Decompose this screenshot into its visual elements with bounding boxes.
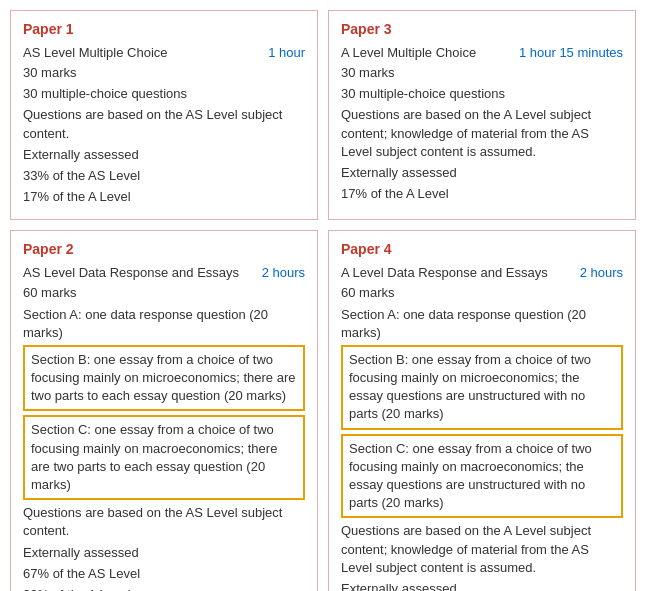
paper3-assessed: Externally assessed (341, 164, 623, 182)
paper1-info: 30 marks 30 multiple-choice questions Qu… (23, 64, 305, 206)
paper1-card: Paper 1 AS Level Multiple Choice 1 hour … (10, 10, 318, 220)
paper3-title: Paper 3 (341, 21, 623, 37)
paper2-duration: 2 hours (262, 265, 305, 280)
paper1-header: AS Level Multiple Choice 1 hour (23, 45, 305, 60)
paper2-subject: AS Level Data Response and Essays (23, 265, 239, 280)
paper1-marks: 30 marks (23, 64, 305, 82)
paper1-stat2: 17% of the A Level (23, 188, 305, 206)
paper1-title: Paper 1 (23, 21, 305, 37)
paper2-stat1: 67% of the AS Level (23, 565, 305, 583)
paper1-stat1: 33% of the AS Level (23, 167, 305, 185)
paper2-title: Paper 2 (23, 241, 305, 257)
paper3-description: 30 multiple-choice questions (341, 85, 623, 103)
paper3-card: Paper 3 A Level Multiple Choice 1 hour 1… (328, 10, 636, 220)
paper3-stat1: 17% of the A Level (341, 185, 623, 203)
paper4-title: Paper 4 (341, 241, 623, 257)
paper3-subject: A Level Multiple Choice (341, 45, 476, 60)
paper2-assessed: Externally assessed (23, 544, 305, 562)
paper3-marks: 30 marks (341, 64, 623, 82)
paper2-base-info: Questions are based on the AS Level subj… (23, 504, 305, 540)
paper2-section-b-highlight: Section B: one essay from a choice of tw… (23, 345, 305, 412)
paper4-info: 60 marks Section A: one data response qu… (341, 284, 623, 591)
paper2-section-a: Section A: one data response question (2… (23, 306, 305, 342)
paper2-marks: 60 marks (23, 284, 305, 302)
paper4-subject: A Level Data Response and Essays (341, 265, 548, 280)
paper3-header: A Level Multiple Choice 1 hour 15 minute… (341, 45, 623, 60)
paper2-info: 60 marks Section A: one data response qu… (23, 284, 305, 591)
paper4-marks: 60 marks (341, 284, 623, 302)
papers-grid: Paper 1 AS Level Multiple Choice 1 hour … (10, 10, 636, 591)
paper3-base-info: Questions are based on the A Level subje… (341, 106, 623, 161)
paper4-card: Paper 4 A Level Data Response and Essays… (328, 230, 636, 591)
paper4-section-c-highlight: Section C: one essay from a choice of tw… (341, 434, 623, 519)
paper1-duration: 1 hour (268, 45, 305, 60)
paper4-assessed: Externally assessed (341, 580, 623, 591)
paper2-section-c-highlight: Section C: one essay from a choice of tw… (23, 415, 305, 500)
paper4-header: A Level Data Response and Essays 2 hours (341, 265, 623, 280)
paper1-description: 30 multiple-choice questions (23, 85, 305, 103)
paper2-stat2: 33% of the A Level (23, 586, 305, 591)
paper1-subject: AS Level Multiple Choice (23, 45, 168, 60)
paper2-card: Paper 2 AS Level Data Response and Essay… (10, 230, 318, 591)
paper4-section-b-highlight: Section B: one essay from a choice of tw… (341, 345, 623, 430)
paper4-duration: 2 hours (580, 265, 623, 280)
paper4-section-a: Section A: one data response question (2… (341, 306, 623, 342)
paper3-duration: 1 hour 15 minutes (519, 45, 623, 60)
paper4-base-info: Questions are based on the A Level subje… (341, 522, 623, 577)
paper1-base-info: Questions are based on the AS Level subj… (23, 106, 305, 142)
paper2-header: AS Level Data Response and Essays 2 hour… (23, 265, 305, 280)
paper1-assessed: Externally assessed (23, 146, 305, 164)
paper3-info: 30 marks 30 multiple-choice questions Qu… (341, 64, 623, 203)
